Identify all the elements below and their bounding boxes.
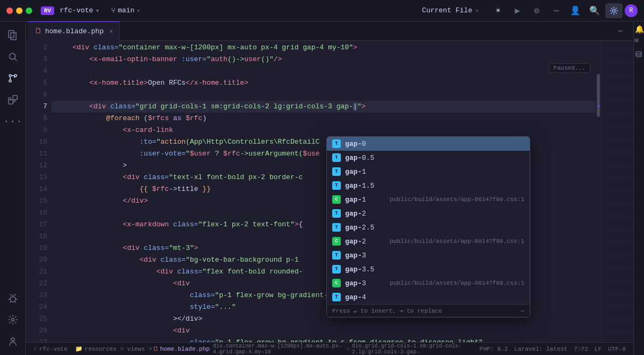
breadcrumb-part2: div.grid.grid-cols-1.sm:grid-cols-2.lg:g… bbox=[352, 343, 477, 355]
traffic-lights bbox=[6, 8, 32, 14]
line-numbers: 2 3 4 5 6 7 8 9 10 11 12 13 14 15 16 17 … bbox=[26, 41, 52, 342]
scrollbar-thumb[interactable] bbox=[597, 74, 600, 117]
autocomplete-item-gap3-css[interactable]: C gap-3 public/build/assets/app-06147f99… bbox=[327, 276, 530, 290]
error-marker bbox=[597, 105, 599, 107]
status-file-icon: 🗋 bbox=[153, 345, 159, 352]
extensions-icon[interactable]: R bbox=[625, 4, 638, 17]
panel-expand-icon[interactable]: ⊞ bbox=[635, 36, 643, 45]
autocomplete-item-gap05[interactable]: T gap-0.5 bbox=[327, 151, 530, 165]
scrollbar[interactable] bbox=[596, 41, 601, 342]
autocomplete-item-gap15[interactable]: T gap-1.5 bbox=[327, 179, 530, 193]
minimize-button[interactable] bbox=[16, 8, 23, 14]
code-line-27: class="p-1 flex-grow bg-gradient-to-r fr… bbox=[52, 337, 596, 342]
status-encoding[interactable]: UTF-8 bbox=[605, 343, 629, 356]
autocomplete-item-gap4[interactable]: T gap-4 bbox=[327, 290, 530, 304]
editor-area: 🗋 home.blade.php ✕ ⋯ Paused... 2 3 4 5 6… bbox=[26, 21, 633, 355]
sidebar-item-settings[interactable] bbox=[3, 310, 23, 329]
status-position[interactable]: 7:72 bbox=[570, 343, 591, 356]
main-layout: ··· 🗋 home.blade.php bbox=[0, 21, 644, 355]
status-php[interactable]: PHP: 8.2 bbox=[477, 343, 511, 356]
code-line-26: <div bbox=[52, 325, 596, 337]
gear-icon[interactable]: ⚙ bbox=[528, 3, 545, 18]
tab-actions: ⋯ bbox=[612, 24, 633, 39]
autocomplete-item-gap25[interactable]: T gap-2.5 bbox=[327, 220, 530, 234]
status-eol[interactable]: LF bbox=[591, 343, 605, 356]
more-options-icon[interactable]: ⋯ bbox=[547, 3, 565, 18]
tab-more-icon[interactable]: ⋯ bbox=[612, 24, 629, 39]
search-icon[interactable]: 🔍 bbox=[586, 3, 603, 18]
titlebar-actions: ☀ ▶ ⚙ ⋯ 👤 🔍 R bbox=[489, 3, 638, 18]
sidebar-item-extensions[interactable] bbox=[3, 90, 23, 109]
ac-label: gap-0 bbox=[345, 140, 366, 148]
tailwind-icon: T bbox=[332, 265, 341, 273]
css-icon: C bbox=[332, 237, 341, 246]
file-icon: 🗋 bbox=[34, 27, 42, 35]
svg-point-2 bbox=[9, 54, 15, 60]
panel-notifications-icon[interactable]: 🔔 bbox=[635, 25, 643, 33]
autocomplete-dropdown[interactable]: T gap-0 T gap-0.5 T gap-1 T gap-1.5 C bbox=[326, 136, 530, 317]
folder-icon: 📁 bbox=[75, 345, 83, 352]
tailwind-icon: T bbox=[332, 293, 341, 301]
project-name[interactable]: rfc-vote ▾ bbox=[60, 6, 99, 15]
project-badge: RV bbox=[41, 6, 54, 15]
code-line-9: <x-card-link bbox=[52, 124, 596, 136]
sidebar-item-explorer[interactable] bbox=[3, 26, 23, 45]
code-line-8: @foreach ($rfcs as $rfc) bbox=[52, 113, 596, 124]
svg-rect-1 bbox=[9, 31, 14, 38]
tab-home-blade[interactable]: 🗋 home.blade.php ✕ bbox=[28, 21, 120, 41]
autocomplete-item-gap2[interactable]: T gap-2 bbox=[327, 206, 530, 220]
git-branch-icon: ⑂ bbox=[111, 6, 115, 15]
status-left: ⑂ rfc-vote 📁 resources > views > 🗋 home.… bbox=[30, 343, 213, 356]
autocomplete-item-gap35[interactable]: T gap-3.5 bbox=[327, 262, 530, 276]
sidebar-item-debug[interactable] bbox=[3, 289, 23, 308]
status-breadcrumb: div.container.max-w-[1200px].mx-auto.px-… bbox=[213, 343, 477, 355]
status-branch[interactable]: ⑂ rfc-vote bbox=[30, 343, 71, 356]
autocomplete-item-gap0[interactable]: T gap-0 bbox=[327, 137, 530, 151]
css-icon: C bbox=[332, 195, 341, 204]
sidebar-item-search[interactable] bbox=[3, 47, 23, 66]
status-bar: ⑂ rfc-vote 📁 resources > views > 🗋 home.… bbox=[26, 342, 633, 355]
panel-database-icon[interactable] bbox=[635, 50, 643, 59]
code-line-6 bbox=[52, 89, 596, 101]
tailwind-icon: T bbox=[332, 153, 341, 162]
maximize-button[interactable] bbox=[26, 8, 32, 14]
autocomplete-item-gap3[interactable]: T gap-3 bbox=[327, 248, 530, 262]
svg-point-10 bbox=[11, 338, 14, 341]
autocomplete-footer: Press ↵ to insert, ⇥ to replace ⋯ bbox=[327, 304, 530, 317]
svg-point-3 bbox=[9, 75, 11, 77]
activity-bar: ··· bbox=[0, 21, 26, 355]
close-button[interactable] bbox=[6, 8, 13, 14]
sidebar-item-more[interactable]: ··· bbox=[3, 112, 23, 131]
branch-selector[interactable]: ⑂ main ▾ bbox=[108, 5, 143, 17]
autocomplete-more-icon[interactable]: ⋯ bbox=[521, 307, 524, 314]
svg-point-11 bbox=[636, 51, 641, 54]
settings-icon[interactable] bbox=[605, 3, 623, 18]
sidebar-item-git[interactable] bbox=[3, 69, 23, 88]
code-line-3: <x-email-optin-banner :user="auth()->use… bbox=[52, 54, 596, 65]
tab-close-button[interactable]: ✕ bbox=[109, 27, 113, 35]
editor-content[interactable]: Paused... 2 3 4 5 6 7 8 9 10 11 12 13 14… bbox=[26, 41, 633, 342]
right-panel: 🔔 ⊞ bbox=[633, 21, 644, 355]
css-icon: C bbox=[332, 279, 341, 287]
tailwind-icon: T bbox=[332, 251, 341, 260]
status-branch-label: rfc-vote bbox=[39, 346, 68, 352]
tailwind-icon: T bbox=[332, 139, 341, 148]
status-file-path[interactable]: 📁 resources > views > 🗋 home.blade.php bbox=[72, 343, 213, 356]
tailwind-icon: T bbox=[332, 167, 341, 176]
svg-rect-7 bbox=[13, 95, 17, 100]
sidebar-item-account[interactable] bbox=[3, 331, 23, 351]
user-icon[interactable]: 👤 bbox=[567, 3, 584, 18]
autocomplete-item-gap1[interactable]: T gap-1 bbox=[327, 165, 530, 179]
minimap bbox=[601, 41, 633, 342]
play-icon[interactable]: ▶ bbox=[509, 3, 526, 18]
status-right: PHP: 8.2 Laravel: latest 7:72 LF UTF-8 bbox=[477, 343, 629, 356]
autocomplete-item-gap1-css[interactable]: C gap-1 public/build/assets/app-06147f99… bbox=[327, 193, 530, 206]
autocomplete-item-gap2-css[interactable]: C gap-2 public/build/assets/app-06147f99… bbox=[327, 234, 530, 248]
tab-bar: 🗋 home.blade.php ✕ ⋯ bbox=[26, 21, 633, 41]
status-path-label: resources > views > bbox=[85, 346, 152, 352]
status-laravel[interactable]: Laravel: latest bbox=[511, 343, 570, 356]
code-line-7: <div class="grid grid-cols-1 sm:grid-col… bbox=[52, 101, 596, 113]
current-file-button[interactable]: Current File ▾ bbox=[415, 4, 485, 17]
code-line-4 bbox=[52, 65, 596, 77]
sun-icon[interactable]: ☀ bbox=[489, 3, 507, 18]
